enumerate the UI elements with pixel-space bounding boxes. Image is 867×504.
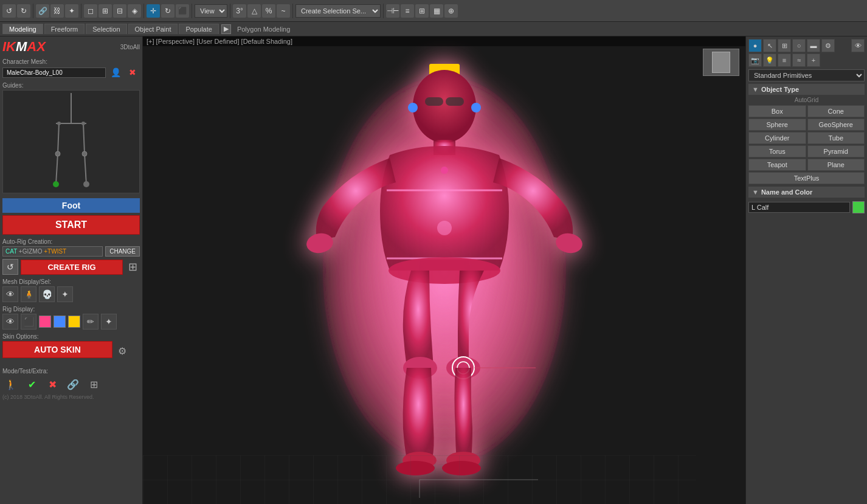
svg-rect-16 xyxy=(446,97,464,106)
rt-wave-icon[interactable]: ≈ xyxy=(792,54,806,67)
viewport[interactable]: [+] [Perspective] [User Defined] [Defaul… xyxy=(143,36,745,504)
unlink-icon[interactable]: ⛓ xyxy=(50,4,64,18)
undo-button[interactable]: ↺ xyxy=(2,259,18,275)
guides-section: Guides: xyxy=(2,82,140,196)
rt-sphere2-icon[interactable]: ○ xyxy=(792,39,806,52)
tab-modeling[interactable]: Modeling xyxy=(2,24,43,34)
select-icon[interactable]: ◻ xyxy=(84,4,97,18)
textplus-button[interactable]: TextPlus xyxy=(748,172,865,184)
main-container: IKMAX 3DtoAll Character Mesh: MaleChar-B… xyxy=(0,36,867,504)
mode-link-icon[interactable]: 🔗 xyxy=(64,376,81,393)
name-input[interactable] xyxy=(748,202,850,213)
cylinder-button[interactable]: Cylinder xyxy=(748,132,806,144)
redo-icon[interactable]: ↻ xyxy=(17,4,30,18)
char-mesh-icon2[interactable]: ✖ xyxy=(125,66,140,78)
rt-cursor-icon[interactable]: ↖ xyxy=(763,39,776,52)
geosphere-button[interactable]: GeoSphere xyxy=(807,119,865,131)
mesh-special-icon[interactable]: ✦ xyxy=(57,286,73,302)
rt-light-icon[interactable]: 💡 xyxy=(763,54,776,67)
bind-icon[interactable]: ✦ xyxy=(65,4,78,18)
rect-select-icon[interactable]: ⊞ xyxy=(98,4,112,18)
char-mesh-icon1[interactable]: 👤 xyxy=(108,66,123,78)
auto-rig-row: CAT +GIZMO +TWIST CHANGE xyxy=(2,246,140,257)
color-picker[interactable] xyxy=(852,201,865,213)
create-rig-button[interactable]: CREATE RIG xyxy=(21,260,123,275)
snap-icon[interactable]: 3° xyxy=(233,4,246,18)
rt-layers-icon[interactable]: ≡ xyxy=(778,54,791,67)
create-sel-dropdown[interactable]: Create Selection Se... xyxy=(295,4,381,18)
sphere-button[interactable]: Sphere xyxy=(748,119,806,131)
auto-skin-button[interactable]: AUTO SKIN xyxy=(2,341,112,358)
lasso-icon[interactable]: ⊟ xyxy=(113,4,126,18)
rt-flat-icon[interactable]: ▬ xyxy=(807,39,820,52)
skin-options-section: Skin Options: AUTO SKIN ⚙ xyxy=(2,333,140,364)
tab-object-paint[interactable]: Object Paint xyxy=(128,24,178,34)
sep-4 xyxy=(192,4,192,18)
percent-snap-icon[interactable]: % xyxy=(262,4,275,18)
left-panel: IKMAX 3DtoAll Character Mesh: MaleChar-B… xyxy=(0,36,143,504)
primitives-dropdown[interactable]: Standard Primitives xyxy=(748,69,865,81)
extra-icon[interactable]: ⊕ xyxy=(444,4,458,18)
box-button[interactable]: Box xyxy=(748,105,806,117)
rig-extra-icon[interactable]: ✦ xyxy=(101,314,117,330)
align-icon[interactable]: ≡ xyxy=(401,4,414,18)
viewport-thumbnail xyxy=(703,49,739,76)
sep-5 xyxy=(230,4,230,18)
svg-point-8 xyxy=(53,181,59,187)
torus-button[interactable]: Torus xyxy=(748,145,806,157)
char-mesh-name: MaleChar-Body_L00 xyxy=(2,67,106,78)
skin-settings-icon[interactable]: ⚙ xyxy=(115,345,130,357)
object-type-rollout[interactable]: ▼ Object Type xyxy=(748,84,865,95)
create-rig-extra-icon[interactable]: ⊞ xyxy=(125,261,140,273)
viewport-header: [+] [Perspective] [User Defined] [Defaul… xyxy=(143,36,745,46)
scale-icon[interactable]: ⬛ xyxy=(176,4,189,18)
svg-point-18 xyxy=(471,103,481,112)
mode-extra-icon[interactable]: ⊞ xyxy=(85,376,102,393)
mode-check-icon[interactable]: ✔ xyxy=(23,376,40,393)
name-color-rollout[interactable]: ▼ Name and Color xyxy=(748,187,865,198)
spinner-snap-icon[interactable]: ~ xyxy=(277,4,290,18)
rig-color-pink[interactable] xyxy=(39,316,51,328)
pyramid-button[interactable]: Pyramid xyxy=(807,145,865,157)
eye-icon[interactable]: 👁 xyxy=(2,286,18,302)
undo-icon[interactable]: ↺ xyxy=(2,4,16,18)
move-icon[interactable]: ✛ xyxy=(147,4,160,18)
rig-box-icon[interactable]: ⬛ xyxy=(21,314,36,330)
tab-extra[interactable]: ▶ xyxy=(221,24,231,34)
tab-freeform[interactable]: Freeform xyxy=(44,24,85,34)
rt-eye-icon[interactable]: 👁 xyxy=(851,39,865,52)
tube-button[interactable]: Tube xyxy=(807,132,865,144)
rig-brush-icon[interactable]: ✏ xyxy=(83,314,98,330)
foot-label: Foot xyxy=(2,198,140,213)
tab-selection[interactable]: Selection xyxy=(86,24,126,34)
rig-color-yellow[interactable] xyxy=(68,316,80,328)
rotate-icon[interactable]: ↻ xyxy=(161,4,174,18)
layer-icon[interactable]: ▦ xyxy=(430,4,443,18)
rt-extra2-icon[interactable]: + xyxy=(807,54,820,67)
view-dropdown[interactable]: View xyxy=(195,4,227,18)
mirror-icon[interactable]: ⊣⊢ xyxy=(386,4,399,18)
rig-eye-icon[interactable]: 👁 xyxy=(2,314,18,330)
svg-point-22 xyxy=(441,167,448,174)
plane-button[interactable]: Plane xyxy=(807,159,865,171)
paint-sel-icon[interactable]: ◈ xyxy=(128,4,141,18)
rig-color-blue[interactable] xyxy=(54,316,66,328)
mesh-person-icon[interactable]: 🧍 xyxy=(21,286,36,302)
rt-grid2-icon[interactable]: ⊞ xyxy=(778,39,791,52)
skin-options-row: AUTO SKIN ⚙ xyxy=(2,341,140,361)
rt-sphere-icon[interactable]: ● xyxy=(748,39,762,52)
cone-button[interactable]: Cone xyxy=(807,105,865,117)
mode-walk-icon[interactable]: 🚶 xyxy=(2,376,19,393)
grid-icon[interactable]: ⊞ xyxy=(415,4,429,18)
tab-populate[interactable]: Populate xyxy=(179,24,218,34)
change-button[interactable]: CHANGE xyxy=(105,246,140,257)
start-button[interactable]: START xyxy=(2,215,140,235)
link-icon[interactable]: 🔗 xyxy=(36,4,49,18)
teapot-button[interactable]: Teapot xyxy=(748,159,806,171)
mode-cross-icon[interactable]: ✖ xyxy=(44,376,61,393)
angle-snap-icon[interactable]: △ xyxy=(247,4,261,18)
mesh-bones-icon[interactable]: 💀 xyxy=(39,286,55,302)
rt-cam-icon[interactable]: 📷 xyxy=(748,54,762,67)
mode-row: 🚶 ✔ ✖ 🔗 ⊞ xyxy=(2,376,140,393)
rt-settings-icon[interactable]: ⚙ xyxy=(821,39,835,52)
